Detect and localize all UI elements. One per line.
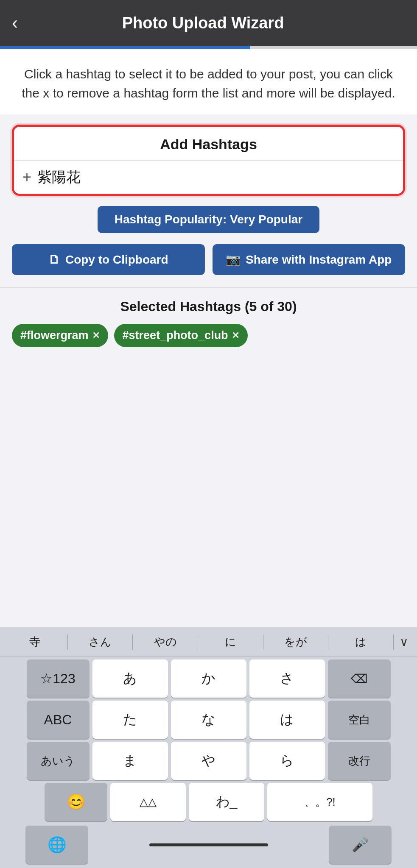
add-hashtags-box: Add Hashtags + xyxy=(12,125,405,196)
key-rows: ☆123 あ か さ ⌫ ABC た な は 空白 あいう ま や ら 改行 😊… xyxy=(0,657,417,826)
chip-remove-street-photo-club[interactable]: ✕ xyxy=(232,330,239,341)
key-space[interactable]: 空白 xyxy=(328,701,391,739)
plus-icon: + xyxy=(22,168,31,186)
key-delete[interactable]: ⌫ xyxy=(328,659,391,698)
key-ha[interactable]: は xyxy=(249,701,325,739)
chip-remove-flowergram[interactable]: ✕ xyxy=(92,330,100,341)
share-button-label: Share with Instagram App xyxy=(246,253,392,267)
selected-hashtags-section: Selected Hashtags (5 of 30) #flowergram … xyxy=(0,288,417,356)
key-star123[interactable]: ☆123 xyxy=(27,659,90,698)
clipboard-icon: 🗋 xyxy=(48,253,60,267)
progress-bar-fill xyxy=(0,46,250,49)
pred-item-1[interactable]: さん xyxy=(70,631,131,653)
copy-to-clipboard-button[interactable]: 🗋 Copy to Clipboard xyxy=(12,244,205,275)
key-ma[interactable]: ま xyxy=(92,742,168,780)
hashtag-input-row: + xyxy=(14,161,403,194)
chip-label: #flowergram xyxy=(20,329,89,342)
key-na[interactable]: な xyxy=(171,701,246,739)
key-row-3: あいう ま や ら 改行 xyxy=(2,742,415,780)
hashtag-input[interactable] xyxy=(37,169,395,186)
key-mic[interactable]: 🎤 xyxy=(329,826,392,864)
chip-label: #street_photo_club xyxy=(123,329,228,342)
hashtag-chip-street-photo-club[interactable]: #street_photo_club ✕ xyxy=(114,324,248,347)
keyboard-bottom-bar: 🌐 🎤 xyxy=(0,826,417,868)
pred-item-3[interactable]: に xyxy=(200,631,261,653)
key-ta[interactable]: た xyxy=(92,701,168,739)
copy-button-label: Copy to Clipboard xyxy=(65,253,168,267)
key-abc[interactable]: ABC xyxy=(27,701,90,739)
key-ra[interactable]: ら xyxy=(249,742,325,780)
key-dakuten[interactable]: △△ xyxy=(110,783,186,821)
japanese-keyboard: 寺 さん やの に をが は ∨ ☆123 あ か さ ⌫ ABC た な は … xyxy=(0,627,417,868)
pred-item-4[interactable]: をが xyxy=(265,631,327,653)
app-header: ‹ Photo Upload Wizard xyxy=(0,0,417,46)
key-row-1: ☆123 あ か さ ⌫ xyxy=(2,659,415,698)
pred-item-0[interactable]: 寺 xyxy=(4,631,66,653)
progress-bar-container xyxy=(0,46,417,49)
key-ya[interactable]: や xyxy=(171,742,246,780)
hashtag-chip-flowergram[interactable]: #flowergram ✕ xyxy=(12,324,108,347)
key-emoji[interactable]: 😊 xyxy=(45,783,107,821)
key-sa[interactable]: さ xyxy=(249,659,325,698)
instagram-icon: 📷 xyxy=(226,253,241,267)
home-indicator xyxy=(149,843,268,846)
predictive-expand-icon[interactable]: ∨ xyxy=(395,635,413,649)
selected-hashtags-title: Selected Hashtags (5 of 30) xyxy=(12,299,405,314)
pred-item-2[interactable]: やの xyxy=(134,631,196,653)
share-instagram-button[interactable]: 📷 Share with Instagram App xyxy=(213,244,406,275)
key-aiueo[interactable]: あいう xyxy=(27,742,90,780)
key-enter[interactable]: 改行 xyxy=(328,742,391,780)
hashtag-chips-container: #flowergram ✕ #street_photo_club ✕ xyxy=(12,324,405,347)
key-row-2: ABC た な は 空白 xyxy=(2,701,415,739)
key-punctuation[interactable]: 、。?! xyxy=(267,783,372,821)
key-ka[interactable]: か xyxy=(171,659,246,698)
page-title: Photo Upload Wizard xyxy=(26,14,380,32)
popularity-container: Hashtag Popularity: Very Popular xyxy=(0,206,417,233)
key-globe[interactable]: 🌐 xyxy=(25,826,88,864)
key-a[interactable]: あ xyxy=(92,659,168,698)
pred-item-5[interactable]: は xyxy=(330,631,392,653)
popularity-badge: Hashtag Popularity: Very Popular xyxy=(98,206,319,233)
instructions-section: Click a hashtag to select it to be added… xyxy=(0,49,417,114)
key-row-4: 😊 △△ わ_ 、。?! xyxy=(2,783,415,821)
action-buttons: 🗋 Copy to Clipboard 📷 Share with Instagr… xyxy=(0,240,417,287)
instructions-text: Click a hashtag to select it to be added… xyxy=(17,64,400,103)
key-wa[interactable]: わ_ xyxy=(189,783,264,821)
back-button[interactable]: ‹ xyxy=(12,14,18,32)
predictive-row: 寺 さん やの に をが は ∨ xyxy=(0,627,417,657)
add-hashtags-title: Add Hashtags xyxy=(14,127,403,161)
